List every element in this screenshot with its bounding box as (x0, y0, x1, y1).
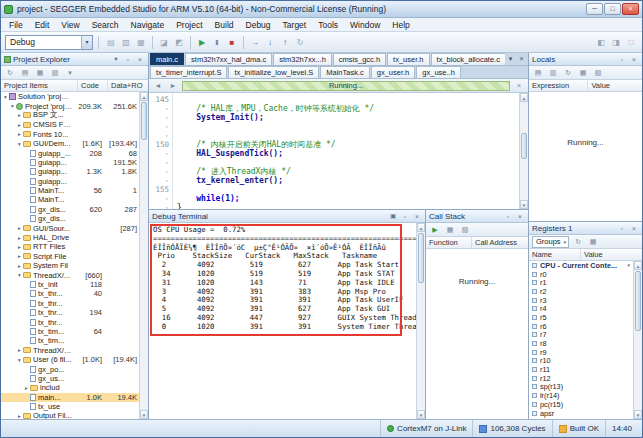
build-status[interactable]: Built OK (552, 420, 605, 437)
expander-icon[interactable]: ▾ (16, 272, 23, 278)
register-row[interactable]: apsr (529, 409, 633, 418)
pin-icon[interactable]: ▫ (617, 56, 627, 63)
minimize-button[interactable]: ─ (586, 3, 603, 15)
column-data-ro[interactable]: Data+RO (108, 80, 148, 91)
register-group-row[interactable]: CPU - Current Conte...▾ (529, 261, 633, 270)
menu-item-edit[interactable]: Edit (29, 18, 56, 32)
tree-row[interactable]: gx_us... (1, 374, 139, 383)
display-format-icon[interactable]: ▦ (587, 236, 599, 248)
tab-tx-initialize-low-level-s[interactable]: tx_initialize_low_level.S (228, 66, 319, 78)
refresh-icon[interactable]: ↻ (572, 236, 584, 248)
tree-row[interactable]: ▾GUI/Dem...[1.6K][193.4K] (1, 139, 139, 148)
registers-scrollbar[interactable]: ▲ ▼ (633, 261, 642, 419)
maximize-button[interactable]: □ (604, 3, 621, 15)
tree-row[interactable]: ▸Script File (1, 252, 139, 261)
scroll-track[interactable] (520, 102, 528, 200)
tree-row[interactable]: gx_po... (1, 364, 139, 373)
tree-row[interactable]: gx_dis... (1, 214, 139, 223)
step-out-icon[interactable]: ↑ (278, 35, 292, 49)
code-editor[interactable]: 145----150----155-- /* HAL库，MPU，Cache，时钟… (149, 93, 528, 209)
close-icon[interactable]: × (629, 225, 639, 232)
dock-icon[interactable]: ▣ (388, 212, 398, 220)
tab-stm32h7xx-hal-dma-c[interactable]: stm32h7xx_hal_dma.c (185, 53, 272, 65)
tab-maintask-c[interactable]: MainTask.c (320, 66, 370, 78)
tree-row[interactable]: main...1.0K19.4K (1, 393, 139, 402)
step-into-icon[interactable]: ↓ (263, 35, 277, 49)
pin-icon[interactable]: ▫ (617, 225, 627, 232)
expander-icon[interactable]: ▾ (9, 103, 16, 109)
menu-item-build[interactable]: Build (209, 18, 240, 32)
tree-row[interactable]: ▸HAL_Drive (1, 233, 139, 242)
tree-row[interactable]: tx_init118 (1, 280, 139, 289)
tab-list-icon[interactable]: ▾ (505, 53, 516, 65)
scroll-down-icon[interactable]: ▼ (417, 410, 425, 419)
tab-cmsis-gcc-h[interactable]: cmsis_gcc.h (333, 53, 386, 65)
target-connection[interactable]: CortexM7 on J-Link (380, 420, 472, 437)
expander-icon[interactable]: ▸ (16, 122, 23, 128)
filter-icon[interactable]: ▧ (592, 67, 604, 79)
expander-icon[interactable]: ▸ (16, 131, 23, 137)
tree-row[interactable]: ▸GUI/Sour...[287] (1, 223, 139, 232)
expander-icon[interactable]: ▾ (2, 94, 9, 100)
column-code[interactable]: Code (78, 80, 108, 91)
scroll-down-icon[interactable]: ▼ (634, 410, 642, 419)
scroll-thumb[interactable] (418, 233, 424, 283)
expander-icon[interactable]: ▸ (23, 385, 30, 391)
editor-scrollbar[interactable]: ▲ ▼ (519, 93, 528, 209)
tree-row[interactable]: ▸System Fil (1, 261, 139, 270)
back-icon[interactable]: ◄ (152, 80, 164, 92)
scroll-up-icon[interactable]: ▲ (417, 223, 425, 232)
registers-header[interactable]: Registers 1 ▫ × (529, 222, 642, 235)
register-row[interactable]: r11 (529, 365, 633, 374)
register-row[interactable]: r3 (529, 296, 633, 305)
scroll-thumb[interactable] (521, 133, 527, 159)
debug-terminal-output[interactable]: OS CPU Usage = 0.72%====================… (149, 223, 425, 419)
tree-row[interactable]: tx_thr...40 (1, 289, 139, 298)
register-row[interactable]: lr(r14) (529, 391, 633, 400)
terminal-scrollbar[interactable]: ▲ ▼ (416, 223, 425, 419)
scroll-up-icon[interactable]: ▲ (140, 92, 148, 101)
tree-row[interactable]: ▾ThreadX/...[660] (1, 270, 139, 279)
display-format-icon[interactable]: ▥ (547, 67, 559, 79)
column-function[interactable]: Function (426, 237, 472, 248)
register-row[interactable]: sp(r13) (529, 383, 633, 392)
scroll-thumb[interactable] (635, 271, 641, 331)
register-row[interactable]: pc(r15) (529, 400, 633, 409)
menu-item-file[interactable]: File (3, 18, 29, 32)
tree-row[interactable]: ▸Output Fil... (1, 411, 139, 419)
new-folder-icon[interactable]: ▤ (19, 67, 31, 79)
register-row[interactable]: r7 (529, 331, 633, 340)
frame-up-icon[interactable]: ▦ (444, 224, 456, 236)
rebuild-icon[interactable]: ◩ (172, 35, 186, 49)
column-call-address[interactable]: Call Address (472, 237, 528, 248)
build-configuration-select[interactable]: Debug ▾ (5, 35, 93, 50)
expander-icon[interactable]: ▾ (16, 141, 23, 147)
tree-row[interactable]: ▸RTT Files (1, 242, 139, 251)
scroll-track[interactable] (140, 101, 148, 410)
column-value[interactable]: Value (588, 80, 642, 91)
close-icon[interactable]: × (515, 213, 525, 220)
register-row[interactable]: r12 (529, 374, 633, 383)
pin-icon[interactable]: ▫ (503, 213, 513, 220)
register-row[interactable]: r8 (529, 339, 633, 348)
expander-icon[interactable]: ▸ (16, 235, 23, 241)
open-file-icon[interactable]: ▧ (119, 35, 133, 49)
scroll-down-icon[interactable]: ▼ (140, 410, 148, 419)
tree-row[interactable]: guiapp...1.3K1.8K (1, 167, 139, 176)
tab-stm32h7xx-h[interactable]: stm32h7xx...h (273, 53, 332, 65)
pin-icon[interactable]: ▫ (400, 213, 410, 220)
build-icon[interactable]: ◪ (157, 35, 171, 49)
stop-icon[interactable]: ■ (225, 35, 239, 49)
tab-tx-block-allocate-c[interactable]: tx_block_allocate.c (431, 53, 505, 65)
tree-row[interactable]: ▸CMSIS Files (1, 120, 139, 129)
menu-item-debug[interactable]: Debug (240, 18, 277, 32)
go-to-frame-icon[interactable]: ▶ (429, 224, 441, 236)
tree-row[interactable]: tx_tim...64 (1, 327, 139, 336)
register-row[interactable]: r2 (529, 287, 633, 296)
register-row[interactable]: r6 (529, 322, 633, 331)
locals-header[interactable]: Locals ▫ × (529, 53, 642, 66)
register-row[interactable]: r1 (529, 278, 633, 287)
register-row[interactable]: r10 (529, 357, 633, 366)
close-tab-icon[interactable]: × (516, 53, 527, 65)
group-dropdown-icon[interactable]: ▾ (627, 262, 630, 268)
